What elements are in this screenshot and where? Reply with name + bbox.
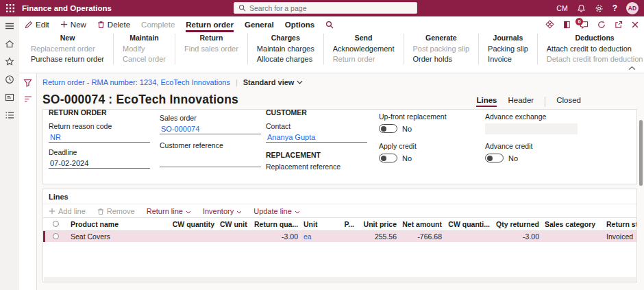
sales-order-field[interactable]: SO-000074 (160, 123, 261, 134)
row-select-circle[interactable] (53, 233, 59, 239)
sidebar-item-favorites-star-icon[interactable] (4, 56, 15, 67)
attach-credit-button[interactable]: Attach credit to deduction (547, 44, 643, 54)
attachments-document-icon[interactable] (563, 21, 571, 29)
update-line-menu[interactable]: Update line (253, 207, 300, 215)
plus-icon (60, 21, 68, 28)
cell-qty-returned: -3.00 (493, 231, 542, 243)
table-row[interactable]: Seat Covers -3.00 ea 255.56 -766.68 (43, 231, 637, 243)
col-unit-price[interactable]: Unit price (357, 218, 399, 231)
inventory-menu[interactable]: Inventory (203, 207, 242, 215)
global-search-box[interactable] (234, 2, 417, 14)
new-button[interactable]: New (60, 21, 86, 29)
cell-unit[interactable]: ea (301, 231, 330, 243)
horizontal-scrollbar[interactable] (44, 277, 636, 282)
col-return-status[interactable]: Return status (604, 218, 637, 231)
col-p[interactable]: P... (330, 218, 357, 231)
help-icon[interactable]: ? (612, 3, 617, 13)
lines-heading: Lines (43, 189, 636, 204)
sidebar-item-modules-list-icon[interactable] (4, 110, 15, 121)
deadline-label: Deadline (49, 148, 150, 156)
filter-rail (19, 73, 37, 290)
acknowledgement-button[interactable]: Acknowledgement (333, 44, 395, 54)
replacement-reference-field[interactable] (266, 176, 367, 184)
environment-label: CM (556, 4, 567, 12)
col-cw-quantity-2[interactable]: CW quanti... (445, 218, 493, 231)
chevron-down-icon (186, 207, 191, 215)
col-sales-category[interactable]: Sales category (542, 218, 604, 231)
power-apps-icon[interactable] (545, 20, 554, 29)
sidebar-item-recent-clock-icon[interactable] (4, 74, 15, 85)
col-cw-unit[interactable]: CW unit (217, 218, 251, 231)
refresh-icon[interactable] (597, 21, 606, 29)
lines-toolbar: Add line Remove Return line (43, 204, 636, 217)
select-all-circle[interactable] (53, 221, 59, 227)
maintain-charges-button[interactable]: Maintain charges (257, 44, 314, 54)
close-icon[interactable] (632, 21, 639, 28)
action-search-icon[interactable] (325, 21, 334, 29)
notifications-bell-icon[interactable] (577, 4, 586, 13)
return-order-header-form: RETURN ORDER Return reason code NR Deadl… (42, 109, 637, 184)
select-all-header[interactable] (43, 218, 68, 231)
vertical-scrollbar[interactable] (639, 120, 643, 186)
contact-label: Contact (266, 122, 367, 130)
complete-button: Complete (141, 21, 175, 29)
tab-options[interactable]: Options (285, 16, 314, 32)
col-return-quantity[interactable]: Return qua... (251, 218, 301, 231)
packing-slip-button[interactable]: Packing slip (488, 44, 528, 54)
sidebar-item-home-icon[interactable] (4, 38, 15, 49)
ribbon-group-generate: Generate Post packing slip Order holds (404, 34, 480, 64)
form-column-1: RETURN ORDER Return reason code NR Deadl… (49, 112, 150, 169)
return-reason-code-label: Return reason code (49, 122, 150, 130)
apply-credit-toggle[interactable] (379, 154, 397, 162)
replacement-reference-label: Replacement reference (266, 162, 367, 171)
trash-icon (97, 21, 105, 29)
view-selector[interactable]: Standard view (243, 78, 304, 86)
col-unit[interactable]: Unit (301, 218, 330, 231)
return-line-menu[interactable]: Return line (147, 207, 191, 215)
action-pane-right-icons: 0 (545, 20, 639, 29)
contact-field[interactable]: Ananya Gupta (266, 132, 367, 143)
up-front-replacement-toggle[interactable] (379, 124, 397, 133)
settings-gear-icon[interactable] (595, 4, 604, 13)
cell-product-name: Seat Covers (68, 231, 169, 243)
edit-button[interactable]: Edit (25, 21, 49, 29)
find-sales-order-button: Find sales order (184, 44, 238, 54)
sidebar-item-workspaces-icon[interactable] (4, 92, 15, 103)
apply-credit-value: No (402, 154, 412, 162)
related-info-lines-icon[interactable] (24, 95, 32, 102)
order-holds-button[interactable]: Order holds (413, 54, 470, 64)
delete-button[interactable]: Delete (97, 21, 130, 29)
invoice-button[interactable]: Invoice (488, 54, 528, 64)
deadline-field[interactable]: 07-02-2024 (49, 158, 150, 169)
allocate-charges-button[interactable]: Allocate charges (257, 54, 314, 64)
ribbon-group-maintain: Maintain Modify Cancel order (114, 34, 175, 64)
purchase-return-order-button[interactable]: Purchase return order (31, 54, 104, 64)
tab-lines[interactable]: Lines (476, 96, 497, 107)
filter-funnel-icon[interactable] (23, 79, 32, 87)
user-avatar[interactable]: AD (626, 2, 639, 14)
section-replacement: REPLACEMENT (266, 151, 367, 159)
up-front-replacement-label: Up-front replacement (379, 112, 447, 121)
tab-return-order[interactable]: Return order (186, 16, 234, 32)
tab-header[interactable]: Header (508, 96, 534, 107)
search-input[interactable] (249, 4, 412, 12)
customer-reference-field[interactable] (160, 156, 261, 167)
collapse-ribbon-chevron-up-icon[interactable] (628, 66, 636, 71)
add-line-button: Add line (49, 207, 86, 215)
breadcrumb[interactable]: Return order - RMA number: 1234, EcoTech… (42, 78, 230, 86)
messages-icon[interactable]: 0 (580, 21, 589, 29)
form-column-3: CUSTOMER Contact Ananya Gupta REPLACEMEN… (266, 112, 367, 184)
col-net-amount[interactable]: Net amount (399, 218, 445, 231)
col-product-name[interactable]: Product name (68, 218, 169, 231)
open-in-new-window-icon[interactable] (615, 21, 623, 29)
advance-credit-toggle[interactable] (485, 154, 504, 162)
col-qty-returned[interactable]: Qty returned (493, 218, 542, 231)
hamburger-menu-icon[interactable] (4, 21, 15, 32)
cell-net-amount: -766.68 (399, 231, 445, 243)
return-reason-code-field[interactable]: NR (49, 132, 150, 143)
grid-header-row: Product name CW quantity CW unit Return … (43, 218, 637, 231)
app-launcher-waffle-icon[interactable] (0, 0, 21, 16)
tab-closed[interactable]: Closed (556, 96, 581, 107)
col-cw-quantity[interactable]: CW quantity (169, 218, 217, 231)
tab-general[interactable]: General (245, 16, 274, 32)
